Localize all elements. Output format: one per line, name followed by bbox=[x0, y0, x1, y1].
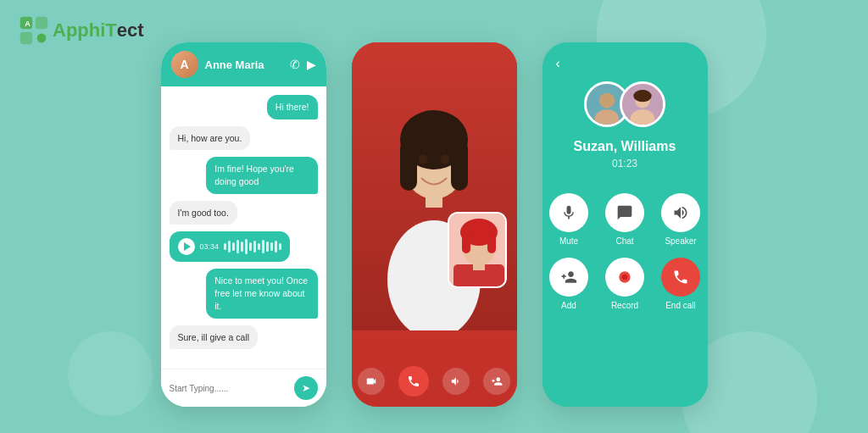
call-avatars bbox=[584, 81, 665, 127]
svg-point-22 bbox=[595, 109, 619, 127]
svg-point-11 bbox=[419, 154, 427, 164]
svg-point-26 bbox=[631, 109, 654, 127]
chat-header: A Anne Maria ✆ ▶ bbox=[161, 42, 326, 86]
chat-button[interactable] bbox=[605, 193, 644, 232]
self-video-overlay bbox=[448, 212, 507, 288]
record-button[interactable] bbox=[605, 258, 644, 297]
caller-avatar-2 bbox=[620, 81, 665, 127]
play-triangle-icon bbox=[184, 242, 191, 251]
volume-btn[interactable] bbox=[442, 368, 470, 395]
end-call-btn[interactable] bbox=[398, 366, 429, 397]
video-background bbox=[352, 42, 517, 407]
add-label: Add bbox=[561, 301, 576, 310]
chat-phone: A Anne Maria ✆ ▶ Hi there! Hi, how are y… bbox=[161, 42, 326, 407]
msg-received-1: Hi, how are you. bbox=[170, 126, 251, 151]
voice-message: 03:34 bbox=[170, 231, 291, 262]
mute-label: Mute bbox=[559, 236, 578, 246]
avatar-initials: A bbox=[171, 51, 198, 78]
call-duration: 01:23 bbox=[612, 158, 637, 169]
logo-i: T bbox=[105, 19, 116, 42]
svg-text:A: A bbox=[25, 19, 31, 28]
add-person-btn[interactable] bbox=[483, 368, 510, 395]
end-call-button[interactable] bbox=[661, 258, 700, 297]
call-row-1: Mute Chat bbox=[556, 193, 694, 246]
logo-text-apphi: Apphi bbox=[53, 19, 105, 42]
svg-rect-8 bbox=[400, 140, 417, 191]
msg-received-2: I'm good too. bbox=[170, 201, 237, 225]
svg-point-23 bbox=[599, 93, 615, 108]
send-button[interactable]: ➤ bbox=[294, 376, 318, 400]
msg-sent-1: Hi there! bbox=[267, 95, 318, 119]
voice-duration: 03:34 bbox=[200, 242, 220, 251]
add-person-call-button[interactable] bbox=[549, 258, 588, 297]
mute-btn-wrap: Mute bbox=[549, 193, 588, 246]
svg-rect-9 bbox=[451, 140, 468, 191]
svg-point-29 bbox=[622, 275, 628, 280]
phones-container: A Anne Maria ✆ ▶ Hi there! Hi, how are y… bbox=[0, 42, 868, 407]
add-btn-wrap: Add bbox=[549, 258, 588, 310]
video-camera-toggle-btn[interactable] bbox=[358, 368, 385, 395]
call-screen: ‹ bbox=[542, 42, 708, 407]
chat-header-icons: ✆ ▶ bbox=[290, 58, 316, 71]
chat-label: Chat bbox=[615, 236, 633, 246]
end-call-btn-wrap: End call bbox=[661, 258, 700, 310]
phone-call-icon[interactable]: ✆ bbox=[290, 58, 300, 71]
record-btn-wrap: Record bbox=[605, 258, 644, 310]
svg-point-12 bbox=[441, 154, 449, 164]
chat-input-area: ➤ bbox=[161, 369, 326, 407]
msg-received-3: Sure, ill give a call bbox=[170, 325, 259, 350]
logo: A ApphiTect bbox=[19, 15, 144, 46]
chat-btn-wrap: Chat bbox=[605, 193, 644, 246]
svg-rect-17 bbox=[487, 232, 496, 253]
chat-text-input[interactable] bbox=[170, 384, 289, 393]
waveform bbox=[224, 239, 281, 254]
msg-sent-3: Nice to meet you! Once free let me know … bbox=[206, 269, 317, 318]
svg-point-3 bbox=[37, 34, 47, 43]
svg-rect-1 bbox=[36, 17, 47, 29]
video-call-icon[interactable]: ▶ bbox=[307, 58, 316, 71]
speaker-label: Speaker bbox=[665, 236, 696, 246]
contact-name: Anne Maria bbox=[205, 58, 283, 71]
call-screen-phone: ‹ bbox=[542, 42, 708, 407]
back-button[interactable]: ‹ bbox=[556, 56, 560, 71]
call-row-2: Add Record bbox=[556, 258, 694, 310]
send-icon: ➤ bbox=[302, 382, 310, 394]
speaker-btn-wrap: Speaker bbox=[661, 193, 700, 246]
play-button[interactable] bbox=[178, 238, 195, 255]
speaker-button[interactable] bbox=[661, 193, 700, 232]
record-label: Record bbox=[611, 301, 638, 310]
call-contact-name: Suzan, Williams bbox=[574, 139, 676, 154]
svg-rect-16 bbox=[462, 232, 470, 253]
end-call-label: End call bbox=[665, 301, 696, 310]
mute-button[interactable] bbox=[549, 193, 588, 232]
svg-rect-19 bbox=[473, 260, 485, 270]
msg-sent-2: Im fine! Hope you're doing good bbox=[206, 157, 317, 193]
contact-avatar: A bbox=[171, 51, 198, 78]
svg-rect-10 bbox=[426, 191, 442, 208]
chat-messages: Hi there! Hi, how are you. Im fine! Hope… bbox=[161, 86, 326, 400]
call-action-buttons: Mute Chat bbox=[556, 193, 694, 310]
logo-text-tect: ect bbox=[117, 19, 144, 42]
video-controls bbox=[352, 366, 517, 397]
svg-point-27 bbox=[633, 90, 651, 102]
video-call-phone bbox=[352, 42, 517, 407]
